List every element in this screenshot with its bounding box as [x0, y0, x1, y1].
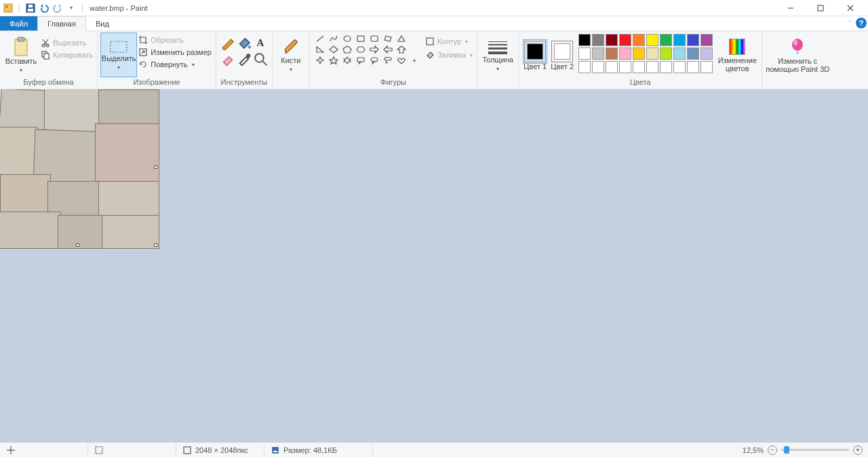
save-icon[interactable]	[25, 3, 36, 14]
canvas-area[interactable]	[0, 90, 868, 442]
palette-swatch[interactable]	[646, 34, 658, 46]
palette-swatch[interactable]	[619, 47, 631, 60]
zoom-out-button[interactable]: −	[768, 445, 777, 455]
shape-callout-oval[interactable]	[368, 56, 380, 65]
zoom-slider[interactable]	[781, 449, 849, 451]
color1-button[interactable]: Цвет 1	[521, 33, 549, 77]
resize-button[interactable]: Изменить размер	[137, 46, 213, 58]
eraser-tool[interactable]	[220, 52, 235, 66]
group-image: Выделить Обрезать Изменить размер Поверн…	[98, 31, 216, 89]
shape-roundrect[interactable]	[368, 34, 380, 43]
zoom-in-button[interactable]: +	[853, 445, 863, 455]
fill-tool[interactable]	[237, 35, 252, 50]
pencil-tool[interactable]	[220, 35, 235, 50]
fill-button[interactable]: Заливка▾	[424, 49, 474, 61]
shape-callout-cloud[interactable]	[382, 56, 394, 65]
palette-swatch[interactable]	[701, 34, 713, 46]
shape-line[interactable]	[314, 34, 326, 43]
shape-arrow-right[interactable]	[368, 45, 380, 54]
size-button[interactable]: Толщина	[480, 33, 515, 77]
palette-swatch[interactable]	[660, 34, 672, 46]
resize-handle-right[interactable]	[154, 165, 157, 169]
palette-swatch[interactable]	[606, 47, 618, 60]
balloon-icon	[790, 38, 805, 56]
palette-swatch[interactable]	[646, 61, 658, 73]
shape-rect[interactable]	[355, 34, 367, 43]
palette-swatch[interactable]	[592, 47, 604, 60]
rotate-button[interactable]: Повернуть▾	[137, 58, 213, 71]
shape-polygon[interactable]	[382, 34, 394, 43]
picker-tool[interactable]	[237, 52, 252, 66]
shape-oval[interactable]	[341, 34, 353, 43]
palette-swatch[interactable]	[660, 47, 672, 60]
palette-swatch[interactable]	[687, 34, 699, 46]
copy-button[interactable]: Копировать	[39, 49, 94, 61]
palette-swatch[interactable]	[701, 47, 713, 60]
palette-swatch[interactable]	[687, 47, 699, 60]
palette-swatch[interactable]	[578, 34, 591, 46]
palette-swatch[interactable]	[592, 61, 604, 73]
palette-swatch[interactable]	[578, 47, 591, 60]
shapes-expand[interactable]: ▾	[409, 33, 420, 64]
palette-swatch[interactable]	[687, 61, 699, 73]
minimize-button[interactable]	[776, 0, 806, 16]
palette-swatch[interactable]	[701, 61, 713, 73]
paste-button[interactable]: Вставить	[3, 33, 39, 77]
text-tool[interactable]: A	[253, 35, 268, 50]
shape-star6[interactable]	[341, 56, 353, 65]
shape-callout-rect[interactable]	[355, 56, 367, 65]
resize-handle-corner[interactable]	[154, 243, 157, 247]
edit-colors-button[interactable]: Изменение цветов	[715, 33, 759, 77]
svg-rect-48	[184, 447, 191, 454]
tab-view[interactable]: Вид	[86, 16, 119, 31]
shape-star5[interactable]	[328, 56, 340, 65]
palette-swatch[interactable]	[592, 34, 604, 46]
shapes-gallery[interactable]	[313, 33, 409, 66]
tab-home[interactable]: Главная	[37, 16, 86, 31]
shape-hexagon[interactable]	[355, 45, 367, 54]
color2-button[interactable]: Цвет 2	[549, 33, 576, 77]
canvas[interactable]	[0, 90, 155, 245]
palette-swatch[interactable]	[606, 61, 618, 73]
paint3d-button[interactable]: Изменить с помощью Paint 3D	[765, 33, 830, 77]
undo-icon[interactable]	[39, 3, 50, 14]
shape-pentagon[interactable]	[341, 45, 353, 54]
brushes-button[interactable]: Кисти	[275, 33, 307, 77]
shape-triangle[interactable]	[395, 34, 408, 43]
shape-right-triangle[interactable]	[314, 45, 326, 54]
rainbow-icon	[729, 39, 745, 55]
palette-swatch[interactable]	[673, 34, 686, 46]
help-icon[interactable]: ?	[856, 18, 867, 28]
tab-file[interactable]: Файл	[0, 16, 37, 31]
palette-swatch[interactable]	[646, 47, 658, 60]
palette-swatch[interactable]	[633, 34, 645, 46]
group-shapes-label: Фигуры	[313, 78, 474, 87]
palette-swatch[interactable]	[633, 47, 645, 60]
palette-swatch[interactable]	[633, 61, 645, 73]
close-button[interactable]	[835, 0, 865, 16]
resize-handle-bottom[interactable]	[76, 243, 79, 247]
palette-swatch[interactable]	[673, 61, 686, 73]
palette-swatch[interactable]	[619, 34, 631, 46]
palette-swatch[interactable]	[660, 61, 672, 73]
crop-button[interactable]: Обрезать	[137, 34, 213, 46]
palette-swatch[interactable]	[619, 61, 631, 73]
cut-button[interactable]: Вырезать	[39, 37, 94, 49]
outline-button[interactable]: Контур▾	[424, 35, 474, 47]
magnifier-tool[interactable]	[253, 52, 268, 66]
palette-swatch[interactable]	[606, 34, 618, 46]
shape-heart[interactable]	[395, 56, 408, 65]
ribbon-tabs: Файл Главная Вид ˄ ?	[0, 16, 868, 31]
shape-star4[interactable]	[314, 56, 326, 65]
shape-arrow-left[interactable]	[382, 45, 394, 54]
collapse-ribbon-icon[interactable]: ˄	[848, 20, 852, 26]
qat-dropdown-icon[interactable]: ▾	[66, 3, 77, 14]
select-button[interactable]: Выделить	[100, 33, 137, 77]
shape-diamond[interactable]	[328, 45, 340, 54]
palette-swatch[interactable]	[578, 61, 591, 73]
palette-swatch[interactable]	[673, 47, 686, 60]
maximize-button[interactable]	[806, 0, 835, 16]
shape-arrow-up[interactable]	[395, 45, 408, 54]
shape-curve[interactable]	[328, 34, 340, 43]
redo-icon[interactable]	[52, 3, 63, 14]
